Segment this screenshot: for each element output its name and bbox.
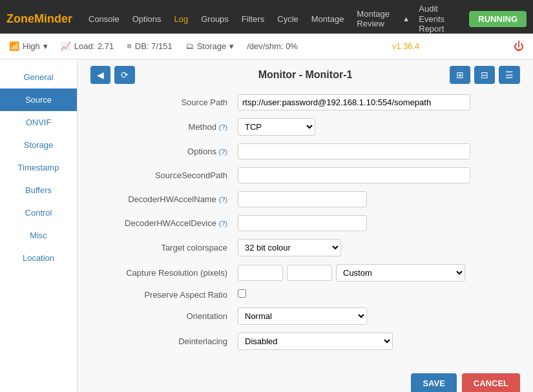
decoder-hw-accel-name-help[interactable]: (?) [219,196,227,203]
sidebar-item-buffers[interactable]: Buffers [0,179,77,201]
decoder-hw-accel-name-label: DecoderHWAccelName (?) [90,187,233,211]
deinterlacing-cell: Disabled Enabled [233,329,520,354]
nav-links: Console Options Log Groups Filters Cycle… [82,0,469,38]
wifi-dropdown-icon[interactable]: ▾ [43,41,48,51]
shm-status: /dev/shm: 0% [247,41,298,51]
method-select[interactable]: TCP UDP HTTP [238,118,315,136]
footer-buttons: SAVE CANCEL [90,367,520,392]
cancel-button[interactable]: CANCEL [462,373,520,392]
sidebar: General Source ONVIF Storage Timestamp B… [0,59,78,392]
header-left-buttons: ◀ ⟳ [90,66,135,84]
options-label: Options (?) [90,139,233,163]
storage-dropdown-icon: ▾ [229,41,234,51]
orientation-row: Orientation Normal Rotate 90 Rotate 180 … [90,304,520,329]
feed1-button[interactable]: ⊞ [450,66,470,84]
db-icon: ≡ [127,41,132,51]
decoder-hw-accel-device-input[interactable] [238,215,367,231]
decoder-hw-accel-device-cell [233,211,520,235]
sidebar-item-general[interactable]: General [0,66,77,88]
options-row: Options (?) [90,139,520,163]
sidebar-item-storage[interactable]: Storage [0,134,77,156]
preserve-aspect-cell [233,285,520,304]
storage-label: Storage [197,41,227,51]
method-help[interactable]: (?) [219,123,227,131]
sidebar-item-source[interactable]: Source [0,88,77,111]
nav-cycle[interactable]: Cycle [271,10,305,28]
source-path-cell [233,90,520,114]
nav-montage[interactable]: Montage [305,10,351,28]
shm-label: /dev/shm: 0% [247,41,298,51]
wifi-status: 📶 High ▾ [9,41,48,51]
nav-filters[interactable]: Filters [235,10,271,28]
nav-options[interactable]: Options [126,10,168,28]
orientation-label: Orientation [90,304,233,329]
monitor-title: Monitor - Monitor-1 [258,69,353,81]
monitor-header: ◀ ⟳ Monitor - Monitor-1 ⊞ ⊟ ☰ [90,69,520,81]
source-second-path-row: SourceSecondPath [90,163,520,187]
refresh-button[interactable]: ⟳ [114,66,135,84]
sidebar-item-control[interactable]: Control [0,201,77,224]
source-second-path-cell [233,163,520,187]
options-help[interactable]: (?) [219,148,227,156]
nav-groups[interactable]: Groups [194,10,235,28]
sidebar-item-onvif[interactable]: ONVIF [0,111,77,134]
storage-status[interactable]: 🗂 Storage ▾ [185,41,235,51]
power-button[interactable]: ⏻ [514,41,524,52]
feed2-button[interactable]: ⊟ [474,66,495,84]
method-row: Method (?) TCP UDP HTTP [90,114,520,139]
running-status-badge: RUNNING [469,11,527,27]
options-input[interactable] [238,143,470,160]
target-colorspace-row: Target colorspace 32 bit colour 24 bit c… [90,235,520,260]
header-right-buttons: ⊞ ⊟ ☰ [450,66,520,84]
main-layout: General Source ONVIF Storage Timestamp B… [0,59,533,392]
save-button[interactable]: SAVE [411,373,456,392]
nav-chevron-icon: ▲ [402,15,410,23]
decoder-hw-accel-name-cell [233,187,520,211]
back-button[interactable]: ◀ [90,66,110,84]
version-label: v1.36.4 [392,41,420,51]
resolution-height-input[interactable] [287,265,332,281]
nav-console[interactable]: Console [82,10,126,28]
resolution-width-input[interactable] [238,265,283,281]
source-path-row: Source Path [90,90,520,114]
deinterlacing-row: Deinterlacing Disabled Enabled [90,329,520,354]
db-status: ≡ DB: 7/151 [127,41,172,51]
app-brand: ZoneMinder [6,12,72,26]
navbar: ZoneMinder Console Options Log Groups Fi… [0,0,533,34]
orientation-cell: Normal Rotate 90 Rotate 180 Rotate 270 F… [233,304,520,329]
decoder-hw-accel-name-input[interactable] [238,191,367,207]
source-second-path-input[interactable] [238,167,470,183]
deinterlacing-label: Deinterlacing [90,329,233,354]
load-label: Load: 2.71 [74,41,114,51]
wifi-icon: 📶 [9,41,19,51]
nav-log[interactable]: Log [168,10,195,28]
feed3-button[interactable]: ☰ [499,66,520,84]
source-path-input[interactable] [238,94,470,110]
sidebar-item-location[interactable]: Location [0,247,77,269]
sidebar-item-misc[interactable]: Misc [0,224,77,247]
target-colorspace-select[interactable]: 32 bit colour 24 bit colour 8 bit grey [238,239,341,256]
capture-resolution-label: Capture Resolution (pixels) [90,260,233,285]
load-status: 📈 Load: 2.71 [61,41,114,51]
capture-resolution-cell: Custom 640x480 1280x720 1920x1080 [233,260,520,285]
preserve-aspect-checkbox[interactable] [238,289,246,298]
content-area: ◀ ⟳ Monitor - Monitor-1 ⊞ ⊟ ☰ Source Pat… [78,59,533,392]
sidebar-item-timestamp[interactable]: Timestamp [0,156,77,179]
method-cell: TCP UDP HTTP [233,114,520,139]
decoder-hw-accel-device-label: DecoderHWAccelDevice (?) [90,211,233,235]
source-path-label: Source Path [90,90,233,114]
preserve-aspect-row: Preserve Aspect Ratio [90,285,520,304]
capture-resolution-row: Capture Resolution (pixels) Custom 640x4… [90,260,520,285]
target-colorspace-label: Target colorspace [90,235,233,260]
source-second-path-label: SourceSecondPath [90,163,233,187]
deinterlacing-select[interactable]: Disabled Enabled [238,333,393,350]
orientation-select[interactable]: Normal Rotate 90 Rotate 180 Rotate 270 F… [238,307,367,325]
nav-montage-review[interactable]: Montage Review [350,5,400,33]
resolution-inputs: Custom 640x480 1280x720 1920x1080 [238,264,515,282]
load-icon: 📈 [61,41,71,51]
decoder-hw-accel-device-help[interactable]: (?) [219,220,227,227]
nav-audit-events[interactable]: Audit Events Report [412,0,469,38]
wifi-label: High [23,41,40,51]
resolution-preset-select[interactable]: Custom 640x480 1280x720 1920x1080 [336,264,465,282]
preserve-aspect-label: Preserve Aspect Ratio [90,285,233,304]
